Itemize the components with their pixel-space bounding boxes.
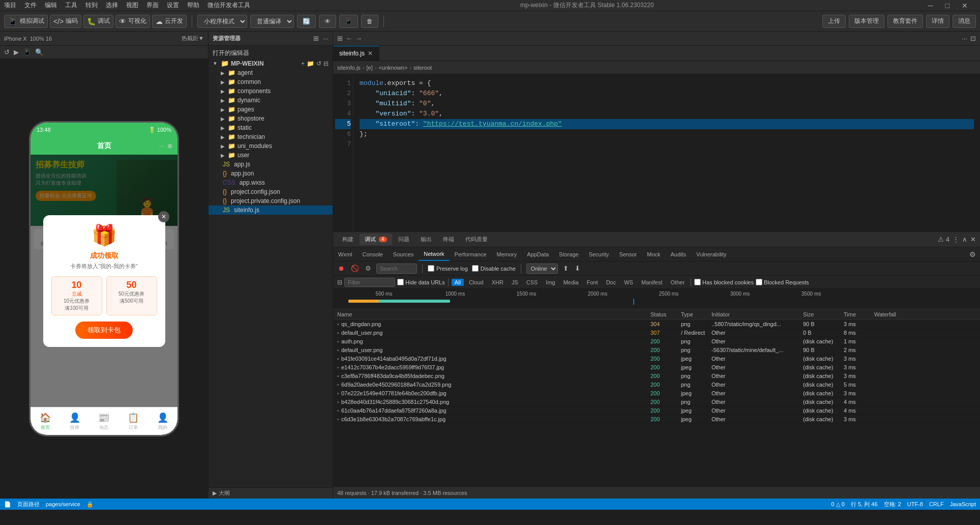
detail-btn[interactable]: 详情 — [926, 15, 949, 28]
devtools-tab-output[interactable]: 输出 — [415, 234, 437, 245]
net-tab-security[interactable]: Security — [584, 247, 614, 261]
popup-close-btn[interactable]: ✕ — [158, 211, 169, 222]
nav-mine[interactable]: 👤 我的 — [148, 407, 177, 435]
menu-item-project[interactable]: 项目 — [4, 1, 16, 10]
net-tab-vulnerability[interactable]: Vulnerability — [691, 247, 732, 261]
breadcrumb-siteroot[interactable]: siteroot — [413, 65, 432, 71]
mode-select[interactable]: 小程序模式 — [197, 15, 247, 28]
hide-data-urls-checkbox[interactable]: Hide data URLs — [397, 279, 445, 285]
folder-shopstore[interactable]: ▶ 📁 shopstore — [209, 114, 333, 123]
collapse-icon[interactable]: ⊟ — [323, 60, 329, 67]
menu-item-file[interactable]: 文件 — [24, 1, 37, 10]
file-app-wxss[interactable]: CSS app.wxss — [209, 178, 333, 187]
nav-order[interactable]: 📋 订单 — [118, 407, 148, 435]
edu-btn[interactable]: 教育套件 — [887, 15, 923, 28]
forward-icon[interactable]: → — [355, 35, 362, 42]
filter-img-btn[interactable]: Img — [543, 279, 558, 286]
table-row[interactable]: ▪auth.png 200 png Other (disk cache) 1 m… — [333, 337, 980, 346]
more-icon[interactable]: ··· — [159, 142, 164, 150]
filter-ws-btn[interactable]: WS — [621, 279, 636, 286]
folder-dynamic[interactable]: ▶ 📁 dynamic — [209, 96, 333, 105]
devtools-menu-icon[interactable]: ⋮ — [953, 236, 959, 243]
refresh-btn[interactable]: 🔄 — [297, 15, 316, 28]
window-minimize[interactable]: ─ — [928, 2, 933, 10]
nav-home[interactable]: 🏠 首页 — [31, 407, 60, 435]
file-project-config[interactable]: {} project.config.json — [209, 187, 333, 196]
filter-font-btn[interactable]: Font — [584, 279, 601, 286]
refresh-tree-icon[interactable]: ↺ — [316, 60, 321, 67]
menu-item-goto[interactable]: 转到 — [85, 1, 98, 10]
filter-media-btn[interactable]: Media — [560, 279, 582, 286]
devtools-expand-up-icon[interactable]: ∧ — [962, 236, 967, 243]
menu-item-edit[interactable]: 编辑 — [45, 1, 57, 10]
devtools-tab-build[interactable]: 构建 — [337, 234, 359, 245]
net-tab-memory[interactable]: Memory — [492, 247, 522, 261]
screenshot-btn[interactable]: 热截距▼ — [182, 35, 204, 42]
filter-icon[interactable]: ⊟ — [337, 279, 342, 286]
menu-item-settings[interactable]: 设置 — [167, 1, 179, 10]
machine-test-btn[interactable]: 📱 — [339, 15, 358, 28]
preserve-log-input[interactable] — [428, 265, 434, 272]
breadcrumb-file[interactable]: siteinfo.js — [337, 65, 361, 71]
file-project-private-config[interactable]: {} project.private.config.json — [209, 196, 333, 206]
net-tab-appdata[interactable]: AppData — [522, 247, 554, 261]
folder-user[interactable]: ▶ 📁 user — [209, 151, 333, 160]
filter-manifest-btn[interactable]: Manifest — [638, 279, 666, 286]
rotate-icon[interactable]: ↺ — [4, 48, 10, 56]
folder-technician[interactable]: ▶ 📁 technician — [209, 132, 333, 141]
outline-section[interactable]: ▶ 大纲 — [209, 487, 333, 499]
table-row[interactable]: ▪c3ef8a7786ff483da9ca4b85fdadebec.png 20… — [333, 372, 980, 381]
net-tab-mock[interactable]: Mock — [642, 247, 665, 261]
explorer-more-icon[interactable]: ··· — [323, 35, 329, 42]
table-row[interactable]: ▪61c0aa4b76a147ddaefa8758f7260a8a.jpg 20… — [333, 406, 980, 415]
devtools-tab-quality[interactable]: 代码质量 — [460, 234, 493, 245]
filter-css-btn[interactable]: CSS — [523, 279, 541, 286]
menu-item-interface[interactable]: 界面 — [146, 1, 159, 10]
folder-pages[interactable]: ▶ 📁 pages — [209, 105, 333, 114]
net-tab-sensor[interactable]: Sensor — [614, 247, 642, 261]
visual-btn[interactable]: 👁 可视化 — [115, 15, 150, 28]
code-content[interactable]: module.exports = { "uniacid": "666", "mu… — [353, 74, 980, 232]
table-row[interactable]: ▪b41fe03091ce414aba0495d0a72df71d.jpg 20… — [333, 355, 980, 363]
nav-dynamic[interactable]: 📰 动态 — [90, 407, 119, 435]
scan-icon[interactable]: ⊕ — [167, 142, 172, 150]
msg-btn[interactable]: 消息 — [953, 15, 976, 28]
devtools-close-icon[interactable]: ✕ — [970, 236, 976, 243]
expand-icon[interactable]: ⊡ — [970, 35, 976, 42]
network-settings-icon[interactable]: ⚙ — [965, 250, 980, 258]
net-tab-console[interactable]: Console — [358, 247, 388, 261]
filter-js-btn[interactable]: JS — [509, 279, 521, 286]
split-icon[interactable]: ⊞ — [337, 35, 343, 42]
table-row[interactable]: ▪6d9a20aede0e4502960188a47ca2d259.png 20… — [333, 381, 980, 389]
clear-btn[interactable]: 🚫 — [350, 264, 360, 273]
inspect-icon[interactable]: 🔍 — [35, 48, 43, 56]
table-row[interactable]: ▪default_user.png 307 / Redirect Other 0… — [333, 329, 980, 337]
has-blocked-checkbox[interactable]: Has blocked cookies — [694, 279, 754, 285]
net-tab-performance[interactable]: Performance — [450, 247, 492, 261]
table-row[interactable]: ▪b428ed40d31f4c25889c30681c27540d.png 20… — [333, 398, 980, 406]
editor-more-icon[interactable]: ··· — [962, 35, 967, 42]
window-close[interactable]: ✕ — [962, 2, 968, 10]
preserve-log-checkbox[interactable]: Preserve log — [428, 265, 468, 272]
code-btn[interactable]: </> 编码 — [50, 15, 81, 28]
clear-cache-btn[interactable]: 🗑 — [361, 15, 378, 28]
filter-btn[interactable]: ⚙ — [364, 264, 372, 273]
filter-xhr-btn[interactable]: XHR — [489, 279, 507, 286]
net-tab-wxml[interactable]: Wxml — [333, 247, 358, 261]
compile-select[interactable]: 普通编译 — [250, 15, 294, 28]
table-row[interactable]: ▪c6d3e1b8e63043b2a7087c769abffe1c.jpg 20… — [333, 415, 980, 424]
open-editor-icon[interactable]: ⊞ — [313, 35, 319, 42]
menu-item-tools[interactable]: 工具 — [65, 1, 77, 10]
preview-btn[interactable]: 👁 — [319, 15, 336, 28]
upload-btn[interactable]: 上传 — [822, 15, 846, 28]
devtools-warning-icon[interactable]: ⚠ 4 — [938, 236, 949, 243]
debug-btn[interactable]: 🐛 调试 — [83, 15, 113, 28]
new-file-icon[interactable]: + — [301, 60, 305, 67]
net-tab-storage[interactable]: Storage — [554, 247, 584, 261]
net-tab-sources[interactable]: Sources — [388, 247, 419, 261]
record-btn[interactable]: ⏺ — [337, 264, 346, 273]
export-btn[interactable]: ⬇ — [574, 264, 581, 273]
filter-all-btn[interactable]: All — [452, 279, 464, 286]
folder-static[interactable]: ▶ 📁 static — [209, 123, 333, 132]
editor-tab-siteinfo[interactable]: siteinfo.js ✕ — [333, 46, 379, 61]
